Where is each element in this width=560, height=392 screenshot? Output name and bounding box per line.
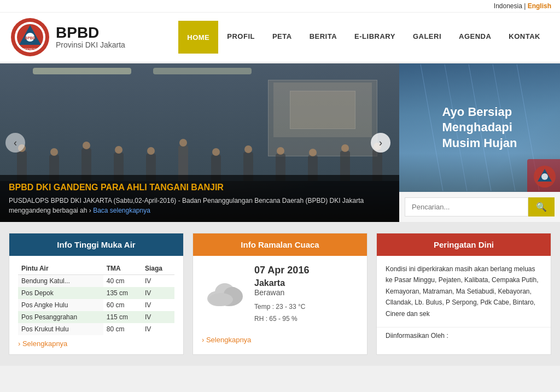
site-subtitle: Provinsi DKI Jakarta	[56, 40, 125, 49]
nav-galeri[interactable]: GALERI	[404, 21, 450, 54]
logo-text: BPBD Provinsi DKI Jakarta	[56, 25, 125, 49]
logo-circle: BPBD INDONESIA	[11, 18, 49, 56]
search-input[interactable]	[405, 197, 528, 217]
svg-text:BPBD: BPBD	[25, 36, 36, 40]
cloud-icon	[202, 276, 246, 314]
warning-card: Peringatan Dini Kondisi ini diperkirakan…	[376, 233, 551, 355]
nav-profil[interactable]: PROFIL	[218, 21, 264, 54]
site-header: BPBD INDONESIA BPBD Provinsi DKI Jakarta…	[0, 13, 560, 63]
svg-point-14	[209, 293, 233, 306]
nav-agenda[interactable]: AGENDA	[450, 21, 500, 54]
hero-side-image: Ayo Bersiap Menghadapi Musim Hujan	[399, 63, 560, 192]
nav-home[interactable]: HOME	[178, 21, 218, 54]
col-siaga: Siaga	[142, 262, 174, 275]
hero-main-image: ‹ › BPBD DKI GANDENG PARA AHLI TANGANI B…	[0, 63, 399, 222]
weather-city: Jakarta	[254, 278, 358, 288]
logo-area: BPBD INDONESIA BPBD Provinsi DKI Jakarta	[11, 18, 153, 56]
weather-rh: RH : 65 - 95 %	[254, 313, 358, 325]
table-row: Bendung Katul... 40 cm IV	[18, 275, 174, 288]
table-row: Pos Depok 135 cm IV	[18, 287, 174, 299]
table-row: Pos Krukut Hulu 80 cm IV	[18, 323, 174, 335]
weather-date: 07 Apr 2016	[254, 265, 358, 276]
hero-prev-button[interactable]: ‹	[5, 133, 25, 153]
weather-temp: Temp : 23 - 33 °C	[254, 301, 358, 313]
weather-body: 07 Apr 2016 Jakarta Berawan Temp : 23 - …	[193, 256, 367, 334]
weather-info: 07 Apr 2016 Jakarta Berawan Temp : 23 - …	[254, 265, 358, 325]
info-row: Info Tinggi Muka Air Pintu Air TMA Siaga…	[0, 222, 560, 366]
lang-indonesia[interactable]: Indonesia	[494, 2, 522, 10]
water-level-header: Info Tinggi Muka Air	[9, 233, 183, 256]
nav-elibrary[interactable]: E-LIBRARY	[346, 21, 404, 54]
water-level-body: Pintu Air TMA Siaga Bendung Katul... 40 …	[9, 256, 183, 354]
warning-header: Peringatan Dini	[377, 233, 551, 256]
main-nav: HOME PROFIL PETA BERITA E-LIBRARY GALERI…	[178, 21, 549, 54]
col-tma: TMA	[103, 262, 142, 275]
table-row: Pos Angke Hulu 60 cm IV	[18, 299, 174, 311]
site-name: BPBD	[56, 25, 125, 40]
nav-peta[interactable]: PETA	[264, 21, 301, 54]
warning-footer: Diinformasikan Oleh :	[377, 327, 551, 344]
lang-separator: |	[524, 2, 526, 10]
hero-sidebar: Ayo Bersiap Menghadapi Musim Hujan 🔍	[399, 63, 560, 222]
water-level-card: Info Tinggi Muka Air Pintu Air TMA Siaga…	[9, 233, 184, 355]
cloud-svg	[202, 276, 246, 308]
hero-description: PUSDALOPS BPBD DKI JAKARTA (Sabtu,02-Apr…	[9, 196, 390, 215]
nav-berita[interactable]: BERITA	[301, 21, 346, 54]
warning-body: Kondisi ini diperkirakan masih akan berl…	[377, 256, 551, 327]
svg-text:INDONESIA: INDONESIA	[22, 48, 38, 51]
hero-title: BPBD DKI GANDENG PARA AHLI TANGANI BANJI…	[9, 183, 390, 192]
side-logo-icon	[534, 166, 556, 188]
water-level-link[interactable]: › Selengkapnya	[18, 340, 174, 348]
svg-point-9	[541, 173, 548, 180]
hero-side-title: Ayo Bersiap Menghadapi Musim Hujan	[442, 104, 517, 151]
table-row: Pos Pesanggrahan 115 cm IV	[18, 311, 174, 323]
water-level-table: Pintu Air TMA Siaga Bendung Katul... 40 …	[18, 262, 174, 335]
hero-read-more[interactable]: Baca selengkapnya	[93, 207, 150, 214]
language-bar: Indonesia | English	[0, 0, 560, 13]
hero-next-button[interactable]: ›	[371, 133, 390, 153]
logo-svg: BPBD INDONESIA	[13, 20, 48, 55]
col-pintu-air: Pintu Air	[18, 262, 103, 275]
nav-kontak[interactable]: KONTAK	[500, 21, 549, 54]
weather-header: Info Ramalan Cuaca	[193, 233, 367, 256]
weather-link[interactable]: › Selengkapnya	[193, 334, 367, 353]
weather-condition: Berawan	[254, 288, 358, 297]
weather-card: Info Ramalan Cuaca 07 Apr 2016 Jakarta B…	[192, 233, 368, 355]
search-button[interactable]: 🔍	[528, 197, 555, 217]
search-area: 🔍	[399, 192, 560, 222]
hero-section: ‹ › BPBD DKI GANDENG PARA AHLI TANGANI B…	[0, 63, 560, 222]
lang-english[interactable]: English	[528, 2, 551, 10]
hero-overlay: BPBD DKI GANDENG PARA AHLI TANGANI BANJI…	[0, 175, 399, 222]
